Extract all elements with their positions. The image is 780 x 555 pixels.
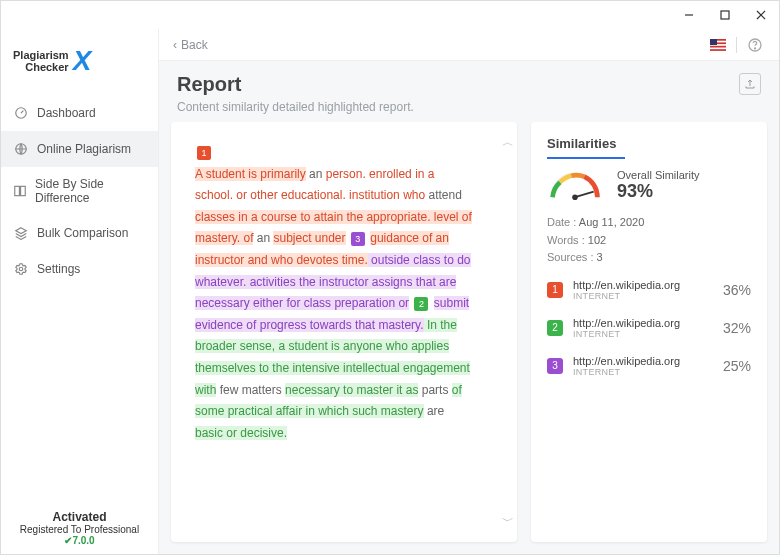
scroll-controls: ︿ ﹀ [499, 122, 517, 542]
version-label: ✔7.0.0 [9, 535, 150, 546]
source-row[interactable]: 3 http://en.wikipedia.org INTERNET 25% [547, 355, 751, 377]
nav-settings[interactable]: Settings [1, 251, 158, 287]
source-pct: 32% [723, 320, 751, 336]
language-flag-icon[interactable] [708, 35, 728, 55]
columns-icon [13, 183, 27, 199]
source-list: 1 http://en.wikipedia.org INTERNET 36% 2… [547, 279, 751, 377]
export-icon[interactable] [739, 73, 761, 95]
nav-bulk-comparison[interactable]: Bulk Comparison [1, 215, 158, 251]
svg-point-8 [19, 267, 23, 271]
similarity-gauge [547, 171, 603, 201]
source-url: http://en.wikipedia.org [573, 279, 713, 291]
svg-rect-14 [710, 39, 717, 45]
nav-label: Online Plagiarism [37, 142, 131, 156]
source-badge: 1 [547, 282, 563, 298]
page-title: Report [177, 73, 414, 96]
source-pct: 25% [723, 358, 751, 374]
source-badge: 3 [547, 358, 563, 374]
source-type: INTERNET [573, 367, 713, 377]
minimize-button[interactable] [675, 3, 703, 27]
nav-side-by-side[interactable]: Side By Side Difference [1, 167, 158, 215]
svg-rect-1 [721, 11, 729, 19]
main: ‹ Back Report Content similarity detaile… [159, 29, 779, 554]
divider [736, 37, 737, 53]
activation-status: Activated [9, 510, 150, 524]
svg-point-16 [754, 47, 755, 48]
source-url: http://en.wikipedia.org [573, 317, 713, 329]
app-logo: Plagiarism Checker X [1, 29, 158, 95]
similarities-panel: Similarities [531, 122, 767, 542]
page-header: Report Content similarity detailed highl… [159, 61, 779, 122]
logo-line1: Plagiarism [13, 49, 69, 61]
svg-rect-6 [15, 186, 20, 195]
chevron-left-icon: ‹ [173, 38, 177, 52]
sidebar: Plagiarism Checker X Dashboard Online Pl… [1, 29, 159, 554]
svg-rect-12 [710, 45, 726, 47]
overall-similarity-value: 93% [617, 181, 700, 202]
svg-line-17 [575, 191, 594, 197]
nav-label: Side By Side Difference [35, 177, 146, 205]
back-button[interactable]: ‹ Back [173, 38, 208, 52]
gear-icon [13, 261, 29, 277]
source-badge-3: 3 [351, 232, 365, 246]
nav-online-plagiarism[interactable]: Online Plagiarism [1, 131, 158, 167]
source-url: http://en.wikipedia.org [573, 355, 713, 367]
nav-label: Dashboard [37, 106, 96, 120]
maximize-button[interactable] [711, 3, 739, 27]
svg-point-18 [572, 194, 578, 200]
svg-rect-13 [710, 49, 726, 51]
page-subtitle: Content similarity detailed highlighted … [177, 100, 414, 114]
source-row[interactable]: 2 http://en.wikipedia.org INTERNET 32% [547, 317, 751, 339]
source-type: INTERNET [573, 291, 713, 301]
stack-icon [13, 225, 29, 241]
logo-x-icon: X [73, 45, 92, 77]
source-badge-1: 1 [197, 146, 211, 160]
nav-label: Bulk Comparison [37, 226, 128, 240]
source-pct: 36% [723, 282, 751, 298]
chevron-up-icon[interactable]: ︿ [502, 134, 514, 151]
nav-dashboard[interactable]: Dashboard [1, 95, 158, 131]
registration-status: Registered To Professional [9, 524, 150, 535]
svg-rect-7 [21, 186, 26, 195]
source-badge: 2 [547, 320, 563, 336]
logo-line2: Checker [13, 61, 69, 73]
source-type: INTERNET [573, 329, 713, 339]
app-window: Plagiarism Checker X Dashboard Online Pl… [0, 0, 780, 555]
nav: Dashboard Online Plagiarism Side By Side… [1, 95, 158, 502]
close-button[interactable] [747, 3, 775, 27]
back-label: Back [181, 38, 208, 52]
overall-similarity-label: Overall Similarity [617, 169, 700, 181]
source-row[interactable]: 1 http://en.wikipedia.org INTERNET 36% [547, 279, 751, 301]
help-icon[interactable] [745, 35, 765, 55]
globe-icon [13, 141, 29, 157]
content: Plagiarism Checker X Dashboard Online Pl… [1, 29, 779, 554]
report-body: 1 A student is primarily an person. enro… [159, 122, 779, 554]
source-badge-2: 2 [414, 297, 428, 311]
similarities-title: Similarities [547, 136, 625, 159]
sidebar-footer: Activated Registered To Professional ✔7.… [1, 502, 158, 554]
chevron-down-icon[interactable]: ﹀ [502, 513, 514, 530]
titlebar [1, 1, 779, 29]
gauge-icon [13, 105, 29, 121]
report-meta: Date : Aug 11, 2020 Words : 102 Sources … [547, 214, 751, 267]
nav-label: Settings [37, 262, 80, 276]
topbar: ‹ Back [159, 29, 779, 61]
document-panel: 1 A student is primarily an person. enro… [171, 122, 517, 542]
highlighted-text: 1 A student is primarily an person. enro… [171, 122, 499, 542]
